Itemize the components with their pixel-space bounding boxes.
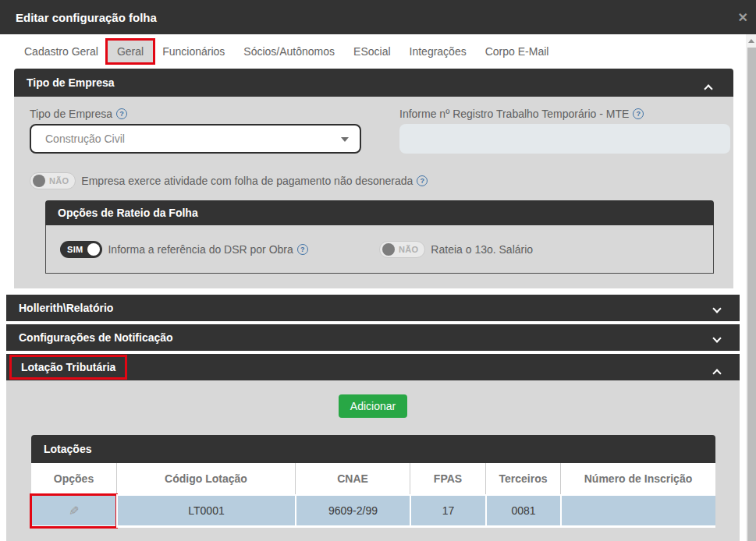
tab-cadastro-geral[interactable]: Cadastro Geral: [15, 41, 108, 62]
help-icon[interactable]: ?: [116, 108, 127, 119]
lotacoes-table: Lotações Opções Código Lotação CNAE FPAS…: [31, 435, 715, 528]
column-cnae: CNAE: [295, 463, 410, 494]
section-body-tipo-empresa: Tipo de Empresa ? Construção Civil Infor…: [14, 97, 733, 288]
accordion-list: Hollerith\Relatório Configurações de Not…: [6, 295, 740, 384]
terceiros-cell: 0081: [485, 494, 560, 528]
tab-esocial[interactable]: ESocial: [344, 41, 399, 62]
lotacoes-table-header: Lotações: [31, 435, 715, 463]
tab-geral[interactable]: Geral: [108, 41, 153, 62]
accordion-lotacao-tributaria[interactable]: Lotação Tributária: [6, 354, 740, 380]
column-fpas: FPAS: [410, 463, 485, 494]
tipo-empresa-label: Tipo de Empresa ?: [30, 108, 361, 120]
toggle-rateia-13[interactable]: NÃO: [379, 241, 425, 258]
tipo-empresa-selected-value: Construção Civil: [45, 133, 125, 145]
tab-funcionarios[interactable]: Funcionários: [153, 41, 234, 62]
toggle-desonerada-label: Empresa exerce atividade com folha de pa…: [81, 175, 428, 187]
annotation-box: Lotação Tributária: [9, 355, 127, 380]
scroll-up-icon[interactable]: [746, 34, 756, 47]
section-tipo-empresa: Tipo de Empresa Tipo de Empresa ? Constr…: [14, 69, 733, 288]
mte-input[interactable]: [399, 124, 730, 154]
column-codigo-lotacao: Código Lotação: [116, 463, 295, 494]
scrollbar[interactable]: [746, 34, 756, 541]
table-row: ✎ LT0001 9609-2/99 17 0081: [31, 494, 715, 528]
column-numero-inscricao: Número de Inscrição: [560, 463, 715, 494]
codigo-lotacao-cell: LT0001: [116, 494, 295, 528]
section-header-tipo-empresa[interactable]: Tipo de Empresa: [14, 69, 733, 97]
column-terceiros: Terceiros: [485, 463, 560, 494]
modal-title: Editar configuração folha: [16, 11, 157, 24]
edit-config-modal: Editar configuração folha ✕ Cadastro Ger…: [0, 0, 756, 541]
lotacao-tributaria-content: Adicionar Lotações Opções Código Lotação…: [6, 380, 740, 541]
chevron-up-icon: [712, 369, 721, 377]
help-icon[interactable]: ?: [633, 108, 644, 119]
toggle-knob: [382, 243, 395, 256]
cnae-cell: 9609-2/99: [295, 494, 410, 528]
tab-bar: Cadastro Geral Geral Funcionários Sócios…: [0, 34, 740, 69]
toggle-dsr-obra[interactable]: SIM: [60, 241, 102, 258]
close-icon[interactable]: ✕: [738, 0, 748, 34]
toggle-knob: [33, 175, 45, 187]
toggle-rateia-13-label: Rateia o 13o. Salário: [431, 243, 533, 256]
tipo-empresa-select[interactable]: Construção Civil: [30, 124, 361, 154]
numero-inscricao-cell: [560, 494, 715, 528]
chevron-down-icon: [341, 137, 349, 142]
section-rateio-folha: Opções de Rateio da Folha SIM Informa a …: [45, 200, 714, 274]
toggle-dsr-obra-label: Informa a referência do DSR por Obra ?: [108, 243, 307, 256]
help-icon[interactable]: ?: [417, 175, 428, 186]
chevron-down-icon: [712, 334, 721, 342]
tab-socios-autonomos[interactable]: Sócios/Autônomos: [234, 41, 344, 62]
mte-label: Informe nº Registro Trabalho Temporário …: [399, 108, 730, 120]
tab-corpo-email[interactable]: Corpo E-Mail: [476, 41, 559, 62]
fpas-cell: 17: [410, 494, 485, 528]
chevron-down-icon: [712, 304, 721, 313]
scrollbar-thumb[interactable]: [747, 48, 756, 541]
help-icon[interactable]: ?: [297, 244, 308, 255]
section-title: Tipo de Empresa: [27, 76, 115, 89]
toggle-desonerada[interactable]: NÃO: [30, 172, 76, 189]
pencil-icon[interactable]: ✎: [69, 504, 79, 518]
chevron-up-icon: [704, 84, 712, 93]
rateio-header: Opções de Rateio da Folha: [45, 200, 714, 225]
column-opcoes: Opções: [31, 463, 116, 494]
add-button[interactable]: Adicionar: [339, 394, 407, 418]
toggle-knob: [87, 243, 100, 256]
table-column-headers: Opções Código Lotação CNAE FPAS Terceiro…: [31, 463, 715, 494]
rateio-body: SIM Informa a referência do DSR por Obra…: [45, 225, 714, 274]
options-cell[interactable]: ✎: [31, 494, 116, 528]
accordion-hollerith-relatorio[interactable]: Hollerith\Relatório: [6, 295, 740, 321]
modal-titlebar: Editar configuração folha ✕: [0, 0, 756, 34]
tab-integracoes[interactable]: Integrações: [400, 41, 476, 62]
accordion-configuracoes-notificacao[interactable]: Configurações de Notificação: [6, 324, 740, 351]
